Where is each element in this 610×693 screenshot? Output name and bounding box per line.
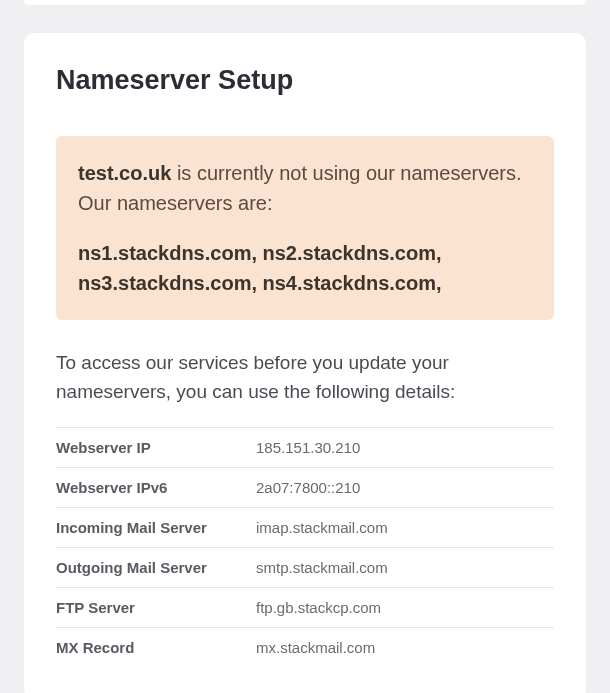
table-row: Webserver IP185.151.30.210 [56, 427, 554, 467]
alert-message: test.co.uk is currently not using our na… [78, 158, 532, 218]
detail-value: imap.stackmail.com [256, 507, 554, 547]
table-row: Webserver IPv62a07:7800::210 [56, 467, 554, 507]
detail-label: Webserver IPv6 [56, 467, 256, 507]
table-row: MX Recordmx.stackmail.com [56, 627, 554, 667]
detail-label: MX Record [56, 627, 256, 667]
alert-domain: test.co.uk [78, 162, 171, 184]
detail-label: FTP Server [56, 587, 256, 627]
server-details-table: Webserver IP185.151.30.210Webserver IPv6… [56, 427, 554, 667]
detail-label: Webserver IP [56, 427, 256, 467]
detail-value: 2a07:7800::210 [256, 467, 554, 507]
server-details-body: Webserver IP185.151.30.210Webserver IPv6… [56, 427, 554, 667]
detail-value: ftp.gb.stackcp.com [256, 587, 554, 627]
nameserver-alert: test.co.uk is currently not using our na… [56, 136, 554, 320]
detail-value: smtp.stackmail.com [256, 547, 554, 587]
nameserver-setup-card: Nameserver Setup test.co.uk is currently… [24, 33, 586, 693]
detail-value: mx.stackmail.com [256, 627, 554, 667]
table-row: Incoming Mail Serverimap.stackmail.com [56, 507, 554, 547]
page-title: Nameserver Setup [56, 65, 554, 96]
access-description: To access our services before you update… [56, 348, 554, 407]
detail-label: Incoming Mail Server [56, 507, 256, 547]
table-row: Outgoing Mail Serversmtp.stackmail.com [56, 547, 554, 587]
detail-label: Outgoing Mail Server [56, 547, 256, 587]
nameservers-list: ns1.stackdns.com, ns2.stackdns.com, ns3.… [78, 238, 532, 298]
table-row: FTP Serverftp.gb.stackcp.com [56, 587, 554, 627]
previous-card-bottom [24, 0, 586, 5]
detail-value: 185.151.30.210 [256, 427, 554, 467]
